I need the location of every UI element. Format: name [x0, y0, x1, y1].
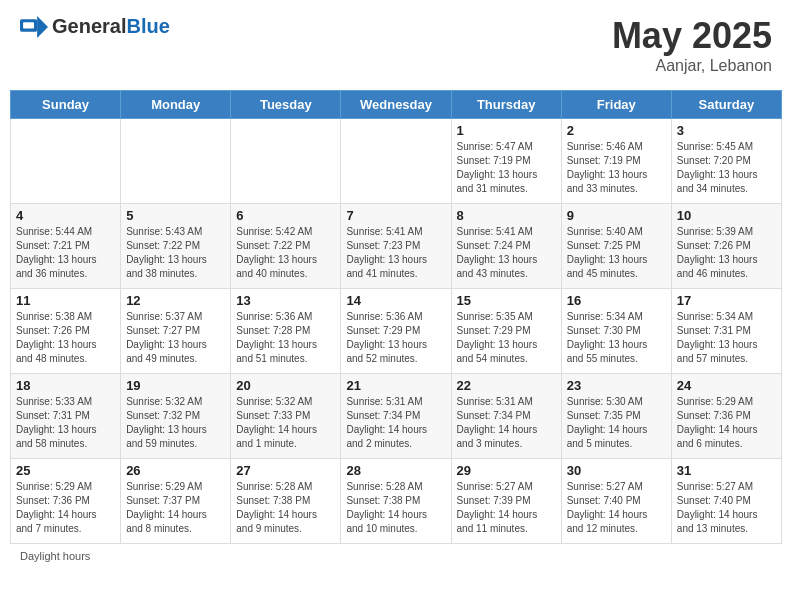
calendar-cell [121, 119, 231, 204]
day-info: Sunrise: 5:42 AM Sunset: 7:22 PM Dayligh… [236, 225, 335, 281]
calendar-cell: 24Sunrise: 5:29 AM Sunset: 7:36 PM Dayli… [671, 374, 781, 459]
calendar-header-monday: Monday [121, 91, 231, 119]
day-number: 21 [346, 378, 445, 393]
svg-rect-2 [23, 22, 34, 28]
day-info: Sunrise: 5:32 AM Sunset: 7:33 PM Dayligh… [236, 395, 335, 451]
day-info: Sunrise: 5:38 AM Sunset: 7:26 PM Dayligh… [16, 310, 115, 366]
calendar-cell: 4Sunrise: 5:44 AM Sunset: 7:21 PM Daylig… [11, 204, 121, 289]
calendar-cell: 27Sunrise: 5:28 AM Sunset: 7:38 PM Dayli… [231, 459, 341, 544]
day-number: 5 [126, 208, 225, 223]
day-number: 25 [16, 463, 115, 478]
day-info: Sunrise: 5:27 AM Sunset: 7:39 PM Dayligh… [457, 480, 556, 536]
month-year: May 2025 [612, 15, 772, 57]
calendar-week-row: 1Sunrise: 5:47 AM Sunset: 7:19 PM Daylig… [11, 119, 782, 204]
logo-icon [20, 16, 48, 38]
calendar-cell: 26Sunrise: 5:29 AM Sunset: 7:37 PM Dayli… [121, 459, 231, 544]
day-info: Sunrise: 5:30 AM Sunset: 7:35 PM Dayligh… [567, 395, 666, 451]
day-info: Sunrise: 5:47 AM Sunset: 7:19 PM Dayligh… [457, 140, 556, 196]
calendar-cell: 8Sunrise: 5:41 AM Sunset: 7:24 PM Daylig… [451, 204, 561, 289]
calendar-cell: 17Sunrise: 5:34 AM Sunset: 7:31 PM Dayli… [671, 289, 781, 374]
calendar-cell: 9Sunrise: 5:40 AM Sunset: 7:25 PM Daylig… [561, 204, 671, 289]
day-info: Sunrise: 5:41 AM Sunset: 7:24 PM Dayligh… [457, 225, 556, 281]
calendar-header-row: SundayMondayTuesdayWednesdayThursdayFrid… [11, 91, 782, 119]
day-info: Sunrise: 5:32 AM Sunset: 7:32 PM Dayligh… [126, 395, 225, 451]
calendar-week-row: 4Sunrise: 5:44 AM Sunset: 7:21 PM Daylig… [11, 204, 782, 289]
calendar-cell: 7Sunrise: 5:41 AM Sunset: 7:23 PM Daylig… [341, 204, 451, 289]
calendar-cell: 6Sunrise: 5:42 AM Sunset: 7:22 PM Daylig… [231, 204, 341, 289]
calendar-cell: 11Sunrise: 5:38 AM Sunset: 7:26 PM Dayli… [11, 289, 121, 374]
day-number: 8 [457, 208, 556, 223]
day-info: Sunrise: 5:34 AM Sunset: 7:30 PM Dayligh… [567, 310, 666, 366]
day-number: 6 [236, 208, 335, 223]
calendar-cell: 23Sunrise: 5:30 AM Sunset: 7:35 PM Dayli… [561, 374, 671, 459]
day-number: 16 [567, 293, 666, 308]
day-number: 27 [236, 463, 335, 478]
day-number: 23 [567, 378, 666, 393]
day-number: 1 [457, 123, 556, 138]
day-info: Sunrise: 5:33 AM Sunset: 7:31 PM Dayligh… [16, 395, 115, 451]
calendar-cell [11, 119, 121, 204]
day-number: 29 [457, 463, 556, 478]
day-info: Sunrise: 5:27 AM Sunset: 7:40 PM Dayligh… [677, 480, 776, 536]
calendar-cell [231, 119, 341, 204]
day-info: Sunrise: 5:34 AM Sunset: 7:31 PM Dayligh… [677, 310, 776, 366]
day-info: Sunrise: 5:36 AM Sunset: 7:28 PM Dayligh… [236, 310, 335, 366]
calendar-header-sunday: Sunday [11, 91, 121, 119]
calendar-header-friday: Friday [561, 91, 671, 119]
calendar-cell: 30Sunrise: 5:27 AM Sunset: 7:40 PM Dayli… [561, 459, 671, 544]
day-number: 19 [126, 378, 225, 393]
calendar-header-wednesday: Wednesday [341, 91, 451, 119]
day-info: Sunrise: 5:31 AM Sunset: 7:34 PM Dayligh… [457, 395, 556, 451]
day-info: Sunrise: 5:27 AM Sunset: 7:40 PM Dayligh… [567, 480, 666, 536]
day-info: Sunrise: 5:28 AM Sunset: 7:38 PM Dayligh… [236, 480, 335, 536]
day-number: 13 [236, 293, 335, 308]
day-info: Sunrise: 5:45 AM Sunset: 7:20 PM Dayligh… [677, 140, 776, 196]
day-info: Sunrise: 5:46 AM Sunset: 7:19 PM Dayligh… [567, 140, 666, 196]
calendar-cell: 18Sunrise: 5:33 AM Sunset: 7:31 PM Dayli… [11, 374, 121, 459]
day-info: Sunrise: 5:29 AM Sunset: 7:37 PM Dayligh… [126, 480, 225, 536]
day-info: Sunrise: 5:29 AM Sunset: 7:36 PM Dayligh… [677, 395, 776, 451]
calendar-header-thursday: Thursday [451, 91, 561, 119]
calendar-cell: 21Sunrise: 5:31 AM Sunset: 7:34 PM Dayli… [341, 374, 451, 459]
calendar-cell: 13Sunrise: 5:36 AM Sunset: 7:28 PM Dayli… [231, 289, 341, 374]
calendar-cell: 22Sunrise: 5:31 AM Sunset: 7:34 PM Dayli… [451, 374, 561, 459]
day-number: 11 [16, 293, 115, 308]
calendar-cell: 5Sunrise: 5:43 AM Sunset: 7:22 PM Daylig… [121, 204, 231, 289]
day-number: 2 [567, 123, 666, 138]
day-number: 4 [16, 208, 115, 223]
calendar-cell: 2Sunrise: 5:46 AM Sunset: 7:19 PM Daylig… [561, 119, 671, 204]
calendar-cell: 20Sunrise: 5:32 AM Sunset: 7:33 PM Dayli… [231, 374, 341, 459]
footer-note: Daylight hours [10, 550, 782, 562]
calendar-cell: 3Sunrise: 5:45 AM Sunset: 7:20 PM Daylig… [671, 119, 781, 204]
day-info: Sunrise: 5:35 AM Sunset: 7:29 PM Dayligh… [457, 310, 556, 366]
day-number: 7 [346, 208, 445, 223]
calendar-header-saturday: Saturday [671, 91, 781, 119]
calendar-cell: 15Sunrise: 5:35 AM Sunset: 7:29 PM Dayli… [451, 289, 561, 374]
day-info: Sunrise: 5:40 AM Sunset: 7:25 PM Dayligh… [567, 225, 666, 281]
day-info: Sunrise: 5:28 AM Sunset: 7:38 PM Dayligh… [346, 480, 445, 536]
svg-marker-1 [37, 16, 48, 38]
calendar-cell: 12Sunrise: 5:37 AM Sunset: 7:27 PM Dayli… [121, 289, 231, 374]
day-number: 3 [677, 123, 776, 138]
day-number: 15 [457, 293, 556, 308]
logo-general-text: General [52, 15, 126, 37]
calendar-cell: 14Sunrise: 5:36 AM Sunset: 7:29 PM Dayli… [341, 289, 451, 374]
calendar-cell: 10Sunrise: 5:39 AM Sunset: 7:26 PM Dayli… [671, 204, 781, 289]
calendar-cell: 25Sunrise: 5:29 AM Sunset: 7:36 PM Dayli… [11, 459, 121, 544]
calendar-cell [341, 119, 451, 204]
day-info: Sunrise: 5:37 AM Sunset: 7:27 PM Dayligh… [126, 310, 225, 366]
day-number: 18 [16, 378, 115, 393]
day-number: 28 [346, 463, 445, 478]
calendar-week-row: 18Sunrise: 5:33 AM Sunset: 7:31 PM Dayli… [11, 374, 782, 459]
day-number: 14 [346, 293, 445, 308]
day-number: 30 [567, 463, 666, 478]
day-number: 20 [236, 378, 335, 393]
calendar-cell: 31Sunrise: 5:27 AM Sunset: 7:40 PM Dayli… [671, 459, 781, 544]
calendar-cell: 28Sunrise: 5:28 AM Sunset: 7:38 PM Dayli… [341, 459, 451, 544]
day-info: Sunrise: 5:36 AM Sunset: 7:29 PM Dayligh… [346, 310, 445, 366]
title-area: May 2025 Aanjar, Lebanon [612, 15, 772, 75]
day-info: Sunrise: 5:41 AM Sunset: 7:23 PM Dayligh… [346, 225, 445, 281]
calendar-week-row: 11Sunrise: 5:38 AM Sunset: 7:26 PM Dayli… [11, 289, 782, 374]
calendar-cell: 19Sunrise: 5:32 AM Sunset: 7:32 PM Dayli… [121, 374, 231, 459]
calendar-cell: 1Sunrise: 5:47 AM Sunset: 7:19 PM Daylig… [451, 119, 561, 204]
